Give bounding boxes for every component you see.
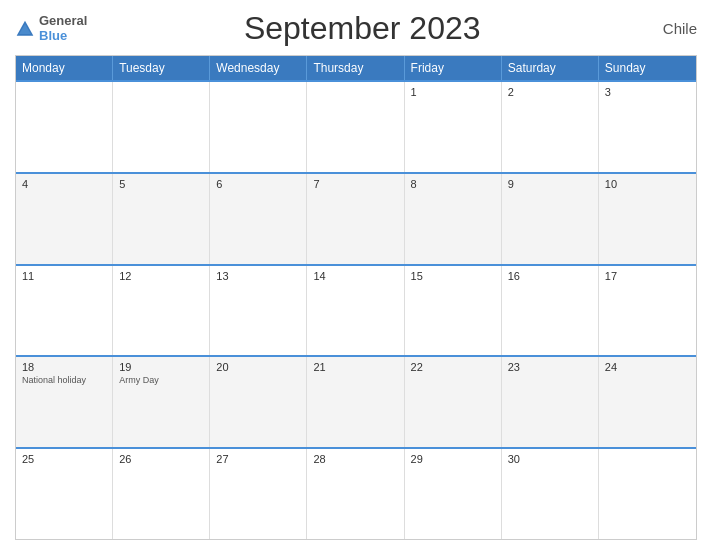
day-cell-25: 25 [16,449,113,539]
day-cell-empty [599,449,696,539]
day-cell-29: 29 [405,449,502,539]
holiday-army-day: Army Day [119,375,203,385]
header-tuesday: Tuesday [113,56,210,80]
calendar-body: 1 2 3 4 5 6 7 8 9 10 11 12 13 14 15 16 [16,80,696,539]
day-cell-5: 5 [113,174,210,264]
day-cell [210,82,307,172]
day-cell-7: 7 [307,174,404,264]
header-wednesday: Wednesday [210,56,307,80]
day-cell-4: 4 [16,174,113,264]
logo: General Blue [15,14,87,43]
week-row-1: 1 2 3 [16,80,696,172]
day-cell-23: 23 [502,357,599,447]
day-cell-18: 18 National holiday [16,357,113,447]
header-friday: Friday [405,56,502,80]
day-cell-22: 22 [405,357,502,447]
day-cell-8: 8 [405,174,502,264]
holiday-national: National holiday [22,375,106,385]
day-cell-26: 26 [113,449,210,539]
week-row-4: 18 National holiday 19 Army Day 20 21 22… [16,355,696,447]
calendar-grid: Monday Tuesday Wednesday Thursday Friday… [15,55,697,540]
day-cell-15: 15 [405,266,502,356]
day-headers: Monday Tuesday Wednesday Thursday Friday… [16,56,696,80]
day-cell-1: 1 [405,82,502,172]
day-cell-19: 19 Army Day [113,357,210,447]
day-cell-3: 3 [599,82,696,172]
day-cell-21: 21 [307,357,404,447]
day-cell [307,82,404,172]
header-sunday: Sunday [599,56,696,80]
day-cell [16,82,113,172]
day-cell-12: 12 [113,266,210,356]
day-cell-6: 6 [210,174,307,264]
day-cell-30: 30 [502,449,599,539]
day-cell-17: 17 [599,266,696,356]
logo-general: General [39,14,87,28]
header: General Blue September 2023 Chile [15,10,697,47]
week-row-2: 4 5 6 7 8 9 10 [16,172,696,264]
day-cell-13: 13 [210,266,307,356]
day-cell-10: 10 [599,174,696,264]
week-row-3: 11 12 13 14 15 16 17 [16,264,696,356]
week-row-5: 25 26 27 28 29 30 [16,447,696,539]
day-cell-11: 11 [16,266,113,356]
day-cell-16: 16 [502,266,599,356]
logo-icon [15,19,35,39]
day-cell-9: 9 [502,174,599,264]
day-cell-28: 28 [307,449,404,539]
day-cell-14: 14 [307,266,404,356]
calendar-page: General Blue September 2023 Chile Monday… [0,0,712,550]
day-cell-27: 27 [210,449,307,539]
header-thursday: Thursday [307,56,404,80]
day-cell-2: 2 [502,82,599,172]
header-monday: Monday [16,56,113,80]
day-cell-20: 20 [210,357,307,447]
country-label: Chile [637,20,697,37]
calendar-title: September 2023 [87,10,637,47]
day-cell [113,82,210,172]
header-saturday: Saturday [502,56,599,80]
logo-blue: Blue [39,29,87,43]
day-cell-24: 24 [599,357,696,447]
